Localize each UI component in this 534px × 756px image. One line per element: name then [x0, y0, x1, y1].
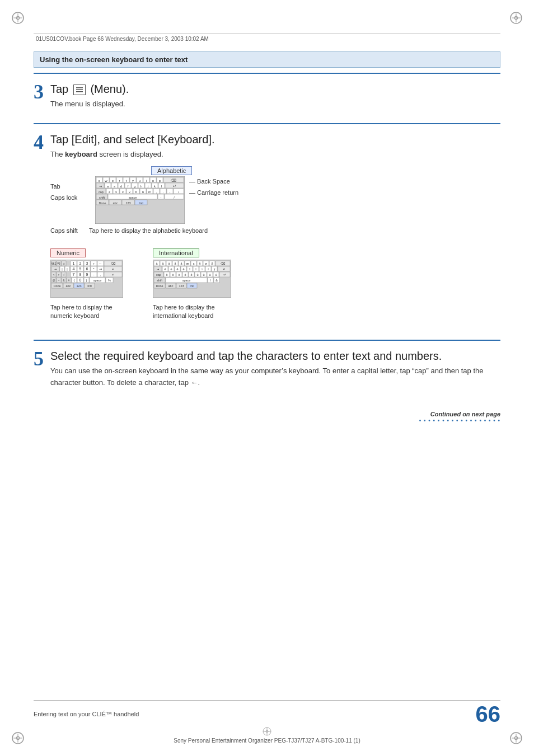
svg-text:√: √ [63, 273, 65, 276]
step-5-content: Select the required keyboard and tap the… [50, 349, 500, 389]
carriage-return-label: — Carriage return [189, 189, 238, 196]
svg-text:⇥: ⇥ [99, 267, 102, 271]
svg-text:m: m [148, 190, 151, 194]
corner-decoration-br [504, 726, 524, 746]
svg-text:ô: ô [166, 273, 168, 276]
svg-text:c: c [122, 190, 124, 194]
svg-text:è: è [171, 267, 172, 271]
step-3-desc: The menu is displayed. [50, 98, 129, 110]
svg-text:⇥: ⇥ [157, 267, 159, 271]
alpha-diagram-row: Tab Caps lock q [50, 176, 238, 226]
svg-text:↵: ↵ [223, 267, 226, 271]
tab-label: Tab [50, 183, 60, 190]
svg-text:123: 123 [179, 284, 184, 288]
svg-text:%: % [108, 279, 111, 282]
svg-text:Intl: Intl [190, 284, 194, 288]
svg-text:õ: õ [191, 273, 193, 276]
svg-text:z: z [109, 190, 110, 194]
numeric-tag: Numeric [50, 248, 86, 257]
corner-decoration-bl [10, 726, 30, 746]
svg-text:7: 7 [73, 273, 75, 276]
svg-text:é: é [165, 267, 166, 271]
svg-text:β: β [211, 262, 213, 265]
file-info-bar: 01US01COV.book Page 66 Wednesday, Decemb… [34, 34, 500, 42]
svg-text:q: q [99, 179, 100, 182]
svg-text:<: < [53, 273, 55, 276]
svg-text:abc: abc [168, 284, 174, 288]
svg-text:ò: ò [179, 273, 180, 276]
svg-text:y: y [132, 179, 134, 182]
svg-text:⇥: ⇥ [99, 185, 102, 188]
svg-text:cap: cap [99, 190, 104, 194]
svg-text:±: ± [63, 262, 65, 265]
step-5-block: 5 Select the required keyboard and tap t… [34, 340, 500, 395]
alpha-keyboard-diagram: q w e r t y [95, 176, 185, 226]
menu-icon [73, 84, 86, 95]
svg-text:ù: ù [209, 273, 211, 276]
international-tag-container: International [153, 247, 238, 257]
alphabetic-label-container: Alphabetic [151, 165, 238, 175]
svg-text:⇥: ⇥ [54, 267, 57, 271]
svg-text:|: | [67, 267, 67, 271]
svg-text:⌫: ⌫ [111, 262, 116, 265]
continued-text: Continued on next page [34, 411, 500, 417]
caps-lock-label: Caps lock [50, 194, 77, 201]
svg-text:,: , [100, 273, 101, 276]
tap-alpha-label: Tap here to display the alphabetic keybo… [89, 227, 208, 234]
corner-decoration-tl [10, 10, 30, 30]
step-3-content: Tap (Menu). The menu is displayed. [50, 82, 129, 110]
svg-text:8: 8 [79, 273, 82, 276]
svg-text:space: space [129, 196, 137, 199]
step-3-block: 3 Tap (Menu). The menu is displayed. [34, 73, 500, 115]
svg-text:s: s [114, 185, 115, 188]
svg-text:←: ← [99, 262, 102, 265]
svg-text:ë: ë [183, 267, 185, 271]
international-tag: International [153, 248, 199, 257]
svg-text:|: | [62, 267, 62, 271]
svg-text:5: 5 [79, 267, 82, 271]
svg-text:abc: abc [66, 284, 71, 288]
step-4-title: Tap [Edit], and select [Keyboard]. [50, 132, 238, 147]
corner-decoration-tr [504, 10, 524, 30]
svg-text:123: 123 [125, 201, 130, 205]
svg-text:cap: cap [156, 273, 161, 276]
step-5-number: 5 [34, 349, 44, 369]
numeric-tag-container: Numeric [50, 247, 136, 257]
svg-text:j: j [147, 185, 148, 188]
svg-text:shift: shift [157, 279, 163, 282]
svg-text:abc: abc [113, 201, 118, 205]
svg-text:i: i [146, 179, 147, 182]
svg-text:ç: ç [193, 262, 195, 265]
svg-text:g: g [134, 185, 135, 188]
right-annotations: — Back Space — Carriage return [189, 176, 238, 196]
svg-text:§€£: §€£ [51, 262, 57, 265]
svg-text:~: ~ [58, 279, 60, 282]
alpha-keyboard-area: Alphabetic Tab Caps lock [50, 165, 238, 234]
svg-text:Done: Done [99, 201, 106, 205]
alphabetic-tag: Alphabetic [151, 166, 192, 175]
step-4-number: 4 [34, 132, 44, 152]
svg-text:r: r [119, 179, 120, 182]
svg-text:&: & [216, 279, 218, 282]
svg-text:shift: shift [99, 196, 105, 199]
page-footer: Entering text on your CLIÉ™ handheld 66 [34, 700, 500, 725]
step-4-content: Tap [Edit], and select [Keyboard]. The k… [50, 132, 238, 326]
svg-text:ñ: ñ [199, 262, 201, 265]
svg-text:2: 2 [79, 261, 82, 265]
svg-text:>: > [58, 273, 60, 276]
svg-text:(: ( [74, 279, 75, 282]
svg-text:3: 3 [86, 261, 88, 265]
continued-dots: • • • • • • • • • • • • • • • • • • [34, 417, 500, 424]
svg-text:@: @ [52, 279, 55, 282]
svg-text:v: v [129, 190, 130, 194]
svg-text:6: 6 [86, 267, 88, 271]
footer-left: Entering text on your CLIÉ™ handheld [34, 711, 139, 717]
svg-text:↵: ↵ [173, 184, 176, 188]
svg-text:4: 4 [73, 267, 75, 271]
numeric-keyboard-svg: §€£ ¥¢ ± 1 2 3 + [50, 260, 123, 298]
svg-text:Intl: Intl [87, 284, 91, 288]
svg-text:h: h [140, 185, 142, 188]
svg-rect-10 [76, 91, 83, 92]
svg-text:↵: ↵ [223, 273, 226, 276]
svg-text:Done: Done [156, 284, 163, 288]
